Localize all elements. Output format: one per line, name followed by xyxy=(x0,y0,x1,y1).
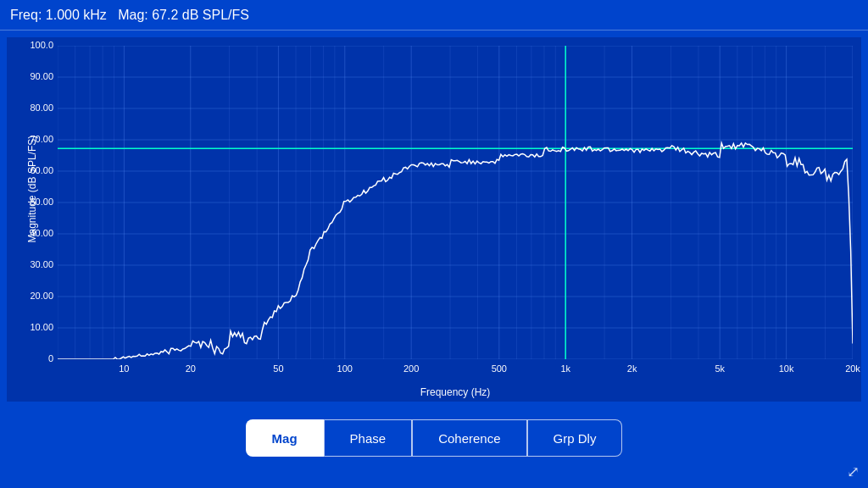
freq-display: Freq: 1.000 kHz xyxy=(10,8,107,23)
y-tick-label: 100.0 xyxy=(15,40,53,50)
y-tick-label: 40.00 xyxy=(15,228,53,238)
x-axis-label: Frequency (Hz) xyxy=(58,386,853,398)
header-bar: Freq: 1.000 kHz Mag: 67.2 dB SPL/FS xyxy=(0,0,868,30)
chart-container: Magnitude (dB SPL/FS) Frequency (Hz) 100… xyxy=(7,37,861,402)
x-tick-label: 100 xyxy=(332,363,358,374)
tab-mag[interactable]: Mag xyxy=(246,419,324,457)
y-tick-label: 50.00 xyxy=(15,197,53,207)
x-tick-label: 10k xyxy=(774,363,799,374)
y-tick-label: 30.00 xyxy=(15,259,53,269)
frequency-chart xyxy=(58,46,853,359)
tab-coherence[interactable]: Coherence xyxy=(412,419,526,457)
x-tick-label: 5k xyxy=(707,363,732,374)
y-tick-label: 60.00 xyxy=(15,165,53,175)
tab-bar: Mag Phase Coherence Grp Dly xyxy=(0,405,868,464)
tab-grp-dly[interactable]: Grp Dly xyxy=(527,419,623,457)
x-tick-label: 10 xyxy=(111,363,136,374)
x-tick-label: 20k xyxy=(840,363,865,374)
x-tick-label: 1k xyxy=(553,363,578,374)
y-tick-label: 90.00 xyxy=(15,71,53,81)
x-tick-label: 50 xyxy=(265,363,291,374)
y-tick-label: 80.00 xyxy=(15,103,53,113)
y-tick-label: 20.00 xyxy=(15,291,53,301)
mag-display: Mag: 67.2 dB SPL/FS xyxy=(118,8,249,23)
y-tick-label: 70.00 xyxy=(15,134,53,144)
x-tick-label: 200 xyxy=(398,363,424,374)
resize-icon: ⤢ xyxy=(847,463,860,481)
y-tick-label: 10.00 xyxy=(15,322,53,332)
tab-phase[interactable]: Phase xyxy=(324,419,413,457)
x-tick-label: 20 xyxy=(178,363,203,374)
x-tick-label: 500 xyxy=(487,363,512,374)
y-tick-label: 0 xyxy=(15,353,53,363)
x-tick-label: 2k xyxy=(620,363,645,374)
